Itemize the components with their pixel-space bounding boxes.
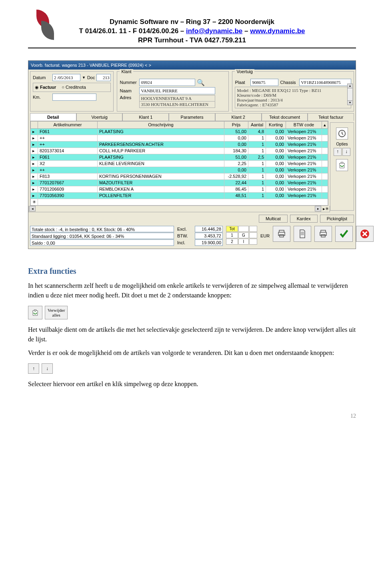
date-dropdown-icon[interactable]: ▼	[82, 76, 86, 80]
doc-fieldset: Datum ▼ Doc ◉Factuur ○Creditnota Km.	[30, 71, 114, 112]
table-row[interactable]: ▸F061PLAATSING51,004,80,00Verkopen 21%	[31, 128, 328, 135]
km-input[interactable]	[52, 94, 96, 101]
summary-box: Totale stock : -4, in bestelling : 0, KK…	[30, 226, 174, 246]
naam-label: Naam	[120, 88, 138, 93]
move-down-icon[interactable]: ↓	[342, 148, 350, 156]
col-artikelnummer[interactable]: Artikelnummer	[38, 121, 98, 128]
vehicle-info-2: Kleurnr/code : D69/M	[237, 93, 349, 98]
table-row[interactable]: ▸7701207667MAZOUTFILTER22,4410,00Verkope…	[31, 179, 328, 186]
vehicle-info-4: Fabricagenr. : E743587	[237, 102, 349, 107]
date-input[interactable]	[52, 74, 80, 81]
scroll-right-icon[interactable]: ▸	[315, 206, 321, 211]
table-row[interactable]: ▸++0,0010,00Verkopen 21%	[31, 135, 328, 141]
col-btw[interactable]: BTW code	[286, 121, 322, 128]
document-icon[interactable]	[294, 226, 311, 242]
paragraph-1: In het scannerscherm zelf heeft u de mog…	[28, 281, 356, 300]
verwijder-alles-button[interactable]: Verwijder alles	[45, 306, 68, 319]
opties-label: Opties	[332, 142, 352, 146]
pickinglist-button[interactable]: Pickinglijst	[320, 215, 354, 223]
tab-klant2[interactable]: Klant 2	[215, 113, 262, 121]
klant-fieldset-title: Klant	[120, 69, 133, 74]
kardex-button[interactable]: Kardex	[290, 215, 318, 223]
grid-h-scrollbar[interactable]: ◂ ▸ ▸✳	[28, 206, 330, 212]
scroll-down-icon[interactable]: ▾	[347, 100, 353, 105]
multicat-button[interactable]: Multicat	[259, 215, 288, 223]
company-logo-icon	[28, 8, 64, 40]
paragraph-4: Selecteer hiervoor een artikel en klik s…	[28, 379, 356, 389]
reorder-buttons-row: ↑ ↓	[28, 363, 356, 374]
tab-voertuig[interactable]: Voertuig	[76, 113, 123, 121]
col-sort-icon[interactable]: ▴	[322, 121, 328, 128]
klant-fieldset: Klant Nummer 🔍 Naam Adres HOOLVENNESTRAA…	[117, 71, 229, 112]
arrow-down-button[interactable]: ↓	[42, 363, 53, 374]
btw-value: 3.453,72	[195, 233, 223, 239]
tab-tekst-factuur[interactable]: Tekst factuur	[308, 113, 354, 121]
table-row[interactable]: ▸++PARKEERSENSOREN ACHTER0,0010,00Verkop…	[31, 141, 328, 147]
line-items-grid[interactable]: Artikelnummer Omschrijving Prijs Aantal …	[30, 121, 328, 206]
doc-label: Doc	[87, 75, 95, 80]
scroll-left-icon[interactable]: ◂	[29, 206, 36, 211]
arrow-up-button[interactable]: ↑	[28, 363, 39, 374]
logo	[28, 8, 64, 40]
currency-label: EUR	[260, 233, 270, 238]
incl-value: 19.900,00	[195, 239, 223, 246]
recycle-bin-icon[interactable]	[336, 159, 348, 171]
table-row[interactable]: ▸X2KLEINE LEVERINGEN2,2510,00Verkopen 21…	[31, 160, 328, 167]
doc-input[interactable]	[96, 74, 111, 81]
summary-line1: Totale stock : -4, in bestelling : 0, KK…	[30, 226, 174, 232]
col-aantal[interactable]: Aantal	[248, 121, 266, 128]
km-label: Km.	[33, 95, 51, 100]
col-prijs[interactable]: Prijs	[224, 121, 248, 128]
chassis-label: Chassis	[280, 80, 298, 85]
nummer-label: Nummer	[120, 80, 138, 85]
page-number: 12	[28, 413, 356, 419]
cancel-x-icon[interactable]	[356, 226, 374, 242]
side-panel: Opties ↑ ↓	[330, 122, 354, 211]
tab-tekst-document[interactable]: Tekst document	[262, 113, 308, 121]
adres-label: Adres	[120, 95, 138, 100]
vehicle-info-1: Model : MEGANE III EXQ12 115 Type : BZ11	[237, 88, 349, 93]
section-heading: Extra functies	[28, 265, 356, 277]
summary-line2: Standaard ligging : 01054, KK Spoed: 06 …	[30, 233, 174, 239]
tot-mini-grid: Tot 1G 2I	[226, 226, 257, 245]
trash-button[interactable]	[28, 306, 42, 319]
site-link[interactable]: www.dynamic.be	[250, 27, 305, 35]
date-label: Datum	[33, 75, 51, 80]
move-up-icon[interactable]: ↑	[334, 148, 342, 156]
excl-label: Excl.	[177, 227, 193, 231]
app-window: Voorb. facturat. wagens 213 - VANBUEL PI…	[28, 60, 356, 249]
radio-factuur[interactable]: ◉Factuur	[35, 85, 56, 90]
chassis-input[interactable]	[299, 79, 351, 86]
col-omschrijving[interactable]: Omschrijving	[97, 121, 224, 128]
table-row[interactable]: ▸8201373014COLL HULP PARKEER184,3010,00V…	[31, 147, 328, 154]
window-titlebar: Voorb. facturat. wagens 213 - VANBUEL PI…	[28, 61, 356, 70]
table-row[interactable]: ▸7701206609REMBLOKKEN A86,4510,00Verkope…	[31, 186, 328, 192]
excl-value: 16.446,28	[195, 226, 223, 232]
tot-label: Tot	[226, 226, 238, 232]
email-link[interactable]: info@dynamic.be	[186, 27, 242, 35]
nummer-input[interactable]	[139, 79, 195, 86]
col-korting[interactable]: Korting	[266, 121, 286, 128]
table-row[interactable]: ▸7701056390POLLENFILTER48,5110,00Verkope…	[31, 192, 328, 199]
plaat-input[interactable]	[250, 79, 278, 86]
paragraph-3: Verder is er ook de mogelijkheid om de a…	[28, 348, 356, 358]
letterhead-line2: T 014/26.01. 11 - F 014/26.00.26 – info@…	[28, 27, 356, 36]
scroll-up-icon[interactable]: ▴	[347, 84, 353, 88]
printer-2-icon[interactable]	[314, 226, 332, 242]
printer-1-icon[interactable]	[273, 226, 290, 242]
binoculars-icon[interactable]: 🔍	[197, 79, 205, 86]
table-row[interactable]: ▸++0,0010,00Verkopen 21%	[31, 167, 328, 173]
letterhead: Dynamic Software nv – Ring 37 – 2200 Noo…	[28, 18, 356, 45]
tab-klant1[interactable]: Klant 1	[122, 113, 169, 121]
naam-input[interactable]	[139, 87, 215, 94]
adres-line1: HOOLVENNESTRAAT 9 A	[139, 95, 215, 102]
table-row[interactable]: ▸F813KORTING PERSONENWAGEN-2.528,9210,00…	[31, 173, 328, 179]
radio-creditnota[interactable]: ○Creditnota	[62, 85, 86, 90]
tabstrip: Detail Voertuig Klant 1 Parameters Klant…	[30, 113, 354, 121]
table-row[interactable]: ▸F061PLAATSING51,002,50,00Verkopen 21%	[31, 154, 328, 160]
tab-parameters[interactable]: Parameters	[169, 113, 215, 121]
tab-detail[interactable]: Detail	[30, 113, 76, 121]
confirm-check-icon[interactable]	[335, 226, 353, 242]
clock-icon[interactable]	[336, 128, 348, 140]
vehicle-info-3: Bouwjaar/maand : 2013/4	[237, 98, 349, 102]
